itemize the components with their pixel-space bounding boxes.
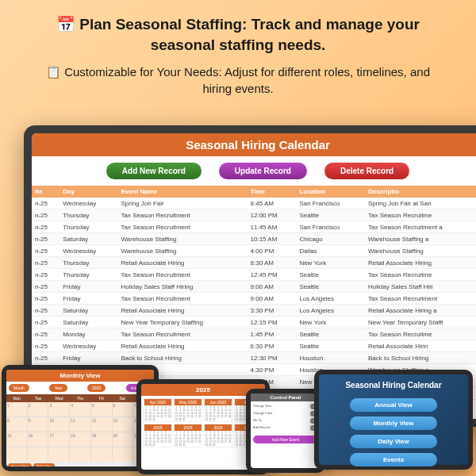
year-month[interactable]: May 202512345678910111213141516171819202… xyxy=(174,398,202,422)
day-header: Thu xyxy=(70,394,91,402)
calendar-cell[interactable]: 4 xyxy=(70,402,90,416)
year-month[interactable]: Apr 202512345678910111213141516171819202… xyxy=(144,398,172,422)
table-row[interactable]: n-25ThursdayTax Season Recruitment12:45 … xyxy=(32,269,476,281)
calendar-cell[interactable]: 11 xyxy=(70,417,90,432)
calendar-cell[interactable] xyxy=(70,447,90,462)
day-header: Sat xyxy=(112,394,133,402)
control-item: Go To→ xyxy=(253,418,318,424)
calendar-cell[interactable]: 19 xyxy=(91,432,112,447)
control-add-event-button[interactable]: Add New Event xyxy=(253,436,318,443)
nav-tablet: Seasonal Hiring Calendar Annual View Mon… xyxy=(314,370,473,470)
daily-view-tab[interactable]: Daily View xyxy=(33,463,55,466)
table-row[interactable]: n-25SaturdayNew Year Temporary Staffing1… xyxy=(32,317,476,328)
monthly-title: Monthly View xyxy=(6,370,154,382)
hero-line1: 📅 Plan Seasonal Staffing: Track and mana… xyxy=(32,14,444,55)
table-row[interactable]: n-25MondayTax Season Recruitment1:45 PMS… xyxy=(32,328,476,340)
calendar-cell[interactable]: 13 xyxy=(113,417,133,432)
table-row[interactable]: n-25ThursdayTax Season Recruitment12:00 … xyxy=(32,209,476,221)
calendar-cell[interactable]: 20 xyxy=(113,432,133,447)
calendar-cell[interactable]: 17 xyxy=(48,432,69,447)
col-header: Descriptio xyxy=(365,186,476,198)
year-month[interactable]: 2025123456789101112131415161718192021222… xyxy=(144,424,172,447)
calendar-cell[interactable] xyxy=(91,447,112,462)
nav-monthly-button[interactable]: Monthly View xyxy=(350,416,437,430)
nav-annual-button[interactable]: Annual View xyxy=(350,398,437,412)
table-row[interactable]: n-25FridayBack to School Hiring12:30 PMH… xyxy=(32,352,476,364)
table-row[interactable]: n-25FridayTax Season Recruitment9:00 AML… xyxy=(32,293,476,305)
calendar-cell[interactable]: 16 xyxy=(28,432,48,447)
table-row[interactable]: n-25FridayHoliday Sales Staff Hiring9:00… xyxy=(32,281,476,293)
table-row[interactable]: n-25WednesdayRetail Associate Hiring6:30… xyxy=(32,340,476,352)
col-header: ite xyxy=(32,186,60,198)
col-header: Event Name xyxy=(118,186,248,198)
delete-record-button[interactable]: Delete Record xyxy=(324,163,409,179)
control-item: Change Year→ xyxy=(253,404,318,409)
year-month[interactable]: 2025123456789101112131415161718192021222… xyxy=(174,424,202,447)
control-panel-tablet: Control Panel Change Year→Change Color→G… xyxy=(246,389,325,473)
col-header: Day xyxy=(60,186,117,198)
day-header: Wed xyxy=(48,394,70,402)
calendar-cell[interactable]: 9 xyxy=(28,417,48,432)
add-record-button[interactable]: Add New Record xyxy=(106,163,202,179)
table-row[interactable]: n-25ThursdayTax Season Recruitment11:45 … xyxy=(32,221,476,233)
table-row[interactable]: n-25WednesdaySpring Job Fair8:45 AMSan F… xyxy=(32,198,476,209)
monthly-tablet: Monthly View Month Year 2025 Add New Mon… xyxy=(2,365,159,471)
day-header: Tue xyxy=(28,394,49,402)
year-label: Year xyxy=(49,384,67,392)
control-item: Change Color→ xyxy=(253,411,318,416)
nav-daily-button[interactable]: Daily View xyxy=(350,435,437,448)
col-header: Time xyxy=(248,186,297,198)
update-record-button[interactable]: Update Record xyxy=(219,163,307,179)
nav-events-button[interactable]: Events xyxy=(350,453,437,466)
control-item: Add Record→ xyxy=(253,425,318,431)
hero-line2: 📋 Customizable for Your Needs: Adjust fo… xyxy=(32,64,444,97)
calendar-cell[interactable]: 15 xyxy=(6,432,27,447)
day-header: Fri xyxy=(90,394,112,402)
table-row[interactable]: n-25SaturdayRetail Associate Hiring3:30 … xyxy=(32,305,476,317)
calendar-cell[interactable]: 5 xyxy=(91,402,112,416)
calendar-cell[interactable] xyxy=(28,447,48,462)
day-header: Mon xyxy=(6,394,28,402)
year-month[interactable]: Jun 202512345678910111213141516171819202… xyxy=(204,398,232,422)
table-row[interactable]: n-25WednesdayWarehouse Staffing4:00 PMDa… xyxy=(32,245,476,257)
control-title: Control Panel xyxy=(251,393,321,401)
table-row[interactable]: n-25ThursdayRetail Associate Hiring8:30 … xyxy=(32,257,476,269)
calendar-cell[interactable]: 3 xyxy=(48,402,69,416)
annual-view-tab[interactable]: Annual View xyxy=(8,463,32,466)
month-select[interactable]: Month xyxy=(9,384,29,392)
calendar-cell[interactable] xyxy=(113,447,133,462)
calendar-cell[interactable] xyxy=(6,447,27,462)
calendar-cell[interactable]: 1 xyxy=(6,402,27,416)
nav-title: Seasonal Hiring Calendar xyxy=(345,381,441,390)
calendar-cell[interactable]: 8 xyxy=(6,417,27,432)
calendar-cell[interactable]: 12 xyxy=(91,417,112,432)
year-month[interactable]: 2025123456789101112131415161718192021222… xyxy=(204,424,232,447)
calendar-cell[interactable]: 18 xyxy=(70,432,90,447)
calendar-cell[interactable]: 6 xyxy=(113,402,133,416)
calendar-cell[interactable]: 2 xyxy=(28,402,48,416)
main-title: Seasonal Hiring Calendar xyxy=(32,133,476,156)
table-row[interactable]: n-25SaturdayWarehouse Staffing10:15 AMCh… xyxy=(32,233,476,245)
col-header: Location xyxy=(296,186,365,198)
calendar-cell[interactable]: 10 xyxy=(48,417,69,432)
year-select[interactable]: 2025 xyxy=(87,384,106,392)
calendar-cell[interactable] xyxy=(48,447,69,462)
